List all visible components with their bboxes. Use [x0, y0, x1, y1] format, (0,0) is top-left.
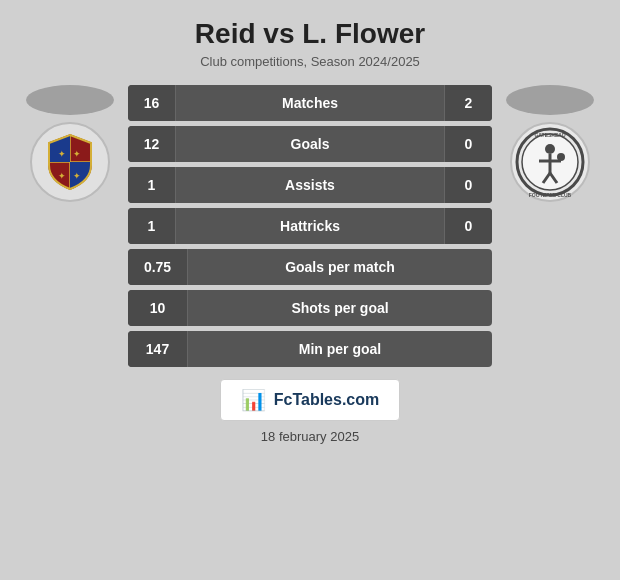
page-subtitle: Club competitions, Season 2024/2025 — [20, 54, 600, 69]
stat-label-min-per-goal: Min per goal — [188, 341, 492, 357]
stat-right-goals: 0 — [444, 126, 492, 162]
stat-label-goals-per-match: Goals per match — [188, 259, 492, 275]
main-container: Reid vs L. Flower Club competitions, Sea… — [0, 0, 620, 580]
left-team-badge: ✦ ✦ ✦ ✦ — [29, 121, 111, 203]
stat-row-assists: 1 Assists 0 — [128, 167, 492, 203]
stat-row-shots-per-goal: 10 Shots per goal — [128, 290, 492, 326]
svg-text:✦: ✦ — [58, 171, 66, 181]
svg-text:✦: ✦ — [73, 149, 81, 159]
svg-text:✦: ✦ — [58, 149, 66, 159]
page-title: Reid vs L. Flower — [20, 18, 600, 50]
stat-left-goals: 12 — [128, 126, 176, 162]
right-team-col: FOOTBALL CLUB GATESHEAD — [500, 85, 600, 203]
stat-row-goals-per-match: 0.75 Goals per match — [128, 249, 492, 285]
stat-label-matches: Matches — [176, 95, 444, 111]
svg-text:FOOTBALL CLUB: FOOTBALL CLUB — [529, 192, 572, 198]
stat-right-hattricks: 0 — [444, 208, 492, 244]
right-team-badge: FOOTBALL CLUB GATESHEAD — [509, 121, 591, 203]
stat-row-hattricks: 1 Hattricks 0 — [128, 208, 492, 244]
left-team-col: ✦ ✦ ✦ ✦ — [20, 85, 120, 203]
stat-left-goals-per-match: 0.75 — [128, 249, 188, 285]
fctables-icon: 📊 — [241, 388, 266, 412]
footer-logo-area: 📊 FcTables.com — [20, 379, 600, 421]
stat-left-assists: 1 — [128, 167, 176, 203]
stat-label-assists: Assists — [176, 177, 444, 193]
stat-left-shots-per-goal: 10 — [128, 290, 188, 326]
stat-label-hattricks: Hattricks — [176, 218, 444, 234]
stat-right-matches: 2 — [444, 85, 492, 121]
svg-point-15 — [557, 153, 565, 161]
date-footer: 18 february 2025 — [20, 429, 600, 444]
svg-text:✦: ✦ — [73, 171, 81, 181]
stat-left-hattricks: 1 — [128, 208, 176, 244]
svg-point-10 — [545, 144, 555, 154]
stat-row-matches: 16 Matches 2 — [128, 85, 492, 121]
left-team-oval — [26, 85, 114, 115]
fctables-text: FcTables.com — [274, 391, 380, 409]
right-team-oval — [506, 85, 594, 115]
stat-label-shots-per-goal: Shots per goal — [188, 300, 492, 316]
stat-right-assists: 0 — [444, 167, 492, 203]
stat-label-goals: Goals — [176, 136, 444, 152]
logo-area: ✦ ✦ ✦ ✦ 16 Matches 2 12 Goals 0 1 — [20, 85, 600, 367]
fctables-box: 📊 FcTables.com — [220, 379, 401, 421]
stats-middle: 16 Matches 2 12 Goals 0 1 Assists 0 1 Ha… — [120, 85, 500, 367]
stat-row-min-per-goal: 147 Min per goal — [128, 331, 492, 367]
stat-left-matches: 16 — [128, 85, 176, 121]
stat-row-goals: 12 Goals 0 — [128, 126, 492, 162]
svg-text:GATESHEAD: GATESHEAD — [534, 132, 565, 138]
stat-left-min-per-goal: 147 — [128, 331, 188, 367]
